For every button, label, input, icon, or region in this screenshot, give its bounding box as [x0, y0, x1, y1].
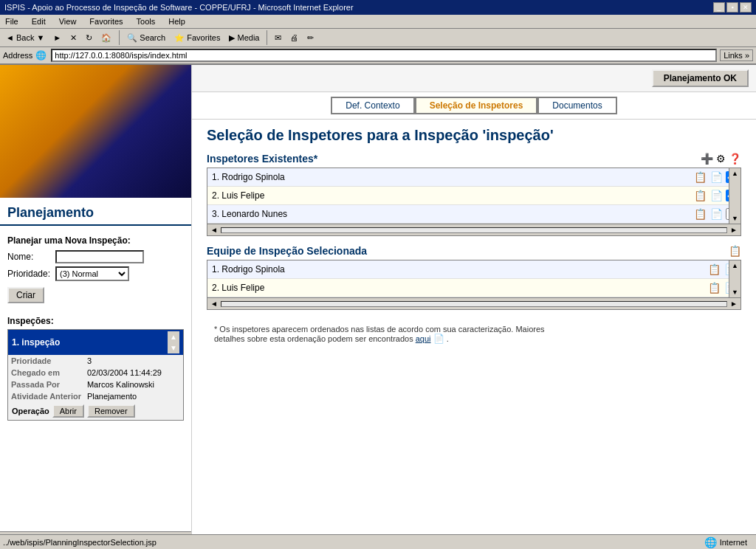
tab-documentos[interactable]: Documentos [537, 97, 616, 114]
status-zone-label: Internet [720, 538, 747, 547]
edit-button[interactable]: ✏ [304, 32, 317, 44]
team-member-row-1: 1. Rodrigo Spinola 📋 📄 [207, 260, 740, 279]
top-bar: Planejamento OK [192, 65, 756, 92]
footer-note-text: * Os inspetores aparecem ordenados nas l… [214, 325, 545, 343]
team-hscroll[interactable]: ◄ ► [207, 297, 740, 309]
inspector-3-name: 3. Leonardo Nunes [207, 207, 693, 221]
inspector-2-num: 2. [212, 190, 221, 201]
inspection-vscroll[interactable]: ▲ ▼ [168, 331, 179, 353]
inspector-vscroll[interactable]: ▲ ▼ [729, 168, 740, 224]
inspector-1-edit-icon[interactable]: 📄 [709, 170, 724, 184]
footer-note-icon[interactable]: 📄 [433, 334, 444, 344]
atividade-value: Planejamento [84, 390, 183, 402]
team-scroll-track [729, 271, 740, 287]
media-button[interactable]: ▶ Media [226, 32, 262, 44]
address-input[interactable] [51, 49, 717, 62]
existing-inspectors-header: Inspetores Existentes* ➕ ⚙ ❓ [207, 153, 741, 165]
team-hscroll-left[interactable]: ◄ [207, 300, 221, 308]
chegado-label: Chegado em [8, 367, 84, 379]
atividade-label: Atividade Anterior [8, 390, 84, 402]
address-label: Address [3, 51, 32, 60]
status-url: ../web/ispis/PlanningInspectorSelection.… [3, 538, 704, 547]
scroll-down-icon[interactable]: ▼ [168, 342, 179, 353]
name-label: Nome: [7, 252, 55, 262]
internet-zone-icon: 🌐 [704, 536, 717, 548]
back-button[interactable]: ◄ Back ▼ [3, 32, 47, 44]
passada-label: Passada Por [8, 379, 84, 390]
chegado-value: 02/03/2004 11:44:29 [84, 367, 183, 379]
team-vscroll[interactable]: ▲ ▼ [729, 260, 740, 297]
main-layout: Planejamento Planejar uma Nova Inspeção:… [0, 65, 756, 543]
atividade-row: Atividade Anterior Planejamento [8, 390, 183, 402]
team-scroll-down[interactable]: ▼ [729, 287, 740, 297]
print-button[interactable]: 🖨 [287, 32, 301, 44]
menu-view[interactable]: View [57, 16, 79, 27]
existing-inspectors-title: Inspetores Existentes* [207, 153, 317, 165]
chegado-row: Chegado em 02/03/2004 11:44:29 [8, 367, 183, 379]
content-area: Seleção de Inspetores para a Inspeção 'i… [192, 120, 756, 357]
inspector-hscroll-right[interactable]: ► [727, 226, 740, 234]
team-member-1-view-icon[interactable]: 📋 [707, 263, 721, 276]
browser-title: ISPIS - Apoio ao Processo de Inspeção de… [4, 3, 354, 12]
forward-button[interactable]: ► [50, 32, 64, 44]
close-btn[interactable]: ✕ [740, 2, 752, 13]
inspector-3-edit-icon[interactable]: 📄 [709, 207, 724, 221]
team-member-2-name: 2. Luis Felipe [207, 281, 707, 294]
menu-favorites[interactable]: Favorites [87, 16, 125, 27]
search-button[interactable]: 🔍 Search [124, 32, 168, 44]
edit-inspector-icon[interactable]: ⚙ [716, 153, 726, 165]
inspector-scroll-up[interactable]: ▲ [729, 168, 740, 179]
sidebar: Planejamento Planejar uma Nova Inspeção:… [0, 65, 192, 543]
inspector-hscroll-left[interactable]: ◄ [207, 226, 221, 234]
tab-def-contexto[interactable]: Def. Contexto [331, 97, 414, 114]
inspector-scroll-down[interactable]: ▼ [729, 213, 740, 224]
links-button[interactable]: Links » [720, 49, 753, 61]
mail-button[interactable]: ✉ [272, 32, 284, 44]
menu-file[interactable]: File [3, 16, 21, 27]
inspector-3-num: 3. [212, 209, 221, 219]
inspection-details-table: Prioridade 3 Chegado em 02/03/2004 11:44… [8, 355, 183, 402]
inspector-2-view-icon[interactable]: 📋 [693, 189, 707, 202]
inspector-2-edit-icon[interactable]: 📄 [709, 189, 724, 202]
inspector-hscroll[interactable]: ◄ ► [207, 224, 740, 235]
abrir-button[interactable]: Abrir [52, 404, 84, 418]
add-inspector-icon[interactable]: ➕ [701, 153, 713, 165]
inspector-1-num: 1. [212, 172, 221, 182]
priority-label: Prioridade: [7, 269, 55, 279]
menu-tools[interactable]: Tools [134, 16, 158, 27]
name-input[interactable] [55, 250, 144, 263]
existing-inspectors-list: 1. Rodrigo Spinola 📋 📄 2. Luis Felipe [207, 168, 740, 224]
separator-2 [267, 30, 267, 45]
favorites-button[interactable]: ⭐ Favorites [171, 32, 223, 44]
inspection-panel: 1. inspeção ▲ ▼ Prioridade 3 Chegado em … [7, 329, 184, 421]
inspector-3-view-icon[interactable]: 📋 [693, 207, 707, 221]
stop-button[interactable]: ✕ [67, 32, 80, 44]
team-scroll-up[interactable]: ▲ [729, 260, 740, 271]
maximize-btn[interactable]: ▪ [726, 2, 738, 13]
priority-detail-value: 3 [84, 355, 183, 367]
team-member-2-view-icon[interactable]: 📋 [707, 281, 721, 294]
team-hscroll-right[interactable]: ► [727, 300, 740, 308]
tab-selecao-inspetores[interactable]: Seleção de Inspetores [415, 97, 538, 114]
menu-help[interactable]: Help [166, 16, 188, 27]
planejamento-ok-button[interactable]: Planejamento OK [652, 69, 749, 87]
new-inspection-section: Planejar uma Nova Inspeção: Nome: Priori… [0, 232, 191, 310]
passada-row: Passada Por Marcos Kalinowski [8, 379, 183, 390]
team-member-2-num: 2. [212, 283, 221, 293]
inspector-hscroll-track [221, 227, 727, 233]
info-inspector-icon[interactable]: ❓ [729, 153, 741, 165]
team-member-1-name: 1. Rodrigo Spinola [207, 263, 707, 276]
menu-edit[interactable]: Edit [30, 16, 48, 27]
criar-button[interactable]: Criar [7, 287, 44, 303]
footer-note-link[interactable]: aqui [416, 334, 431, 343]
team-add-icon[interactable]: 📋 [729, 245, 741, 257]
remover-button[interactable]: Remover [87, 404, 135, 418]
minimize-btn[interactable]: _ [713, 2, 725, 13]
inspector-1-view-icon[interactable]: 📋 [693, 170, 707, 184]
scroll-up-icon[interactable]: ▲ [168, 331, 179, 342]
name-row: Nome: [7, 250, 184, 263]
refresh-button[interactable]: ↻ [83, 32, 95, 44]
home-button[interactable]: 🏠 [98, 32, 114, 44]
priority-select[interactable]: (3) Normal ( 1) Critical (2) High (4) Lo… [55, 266, 129, 281]
footer-note-period: . [447, 334, 449, 343]
